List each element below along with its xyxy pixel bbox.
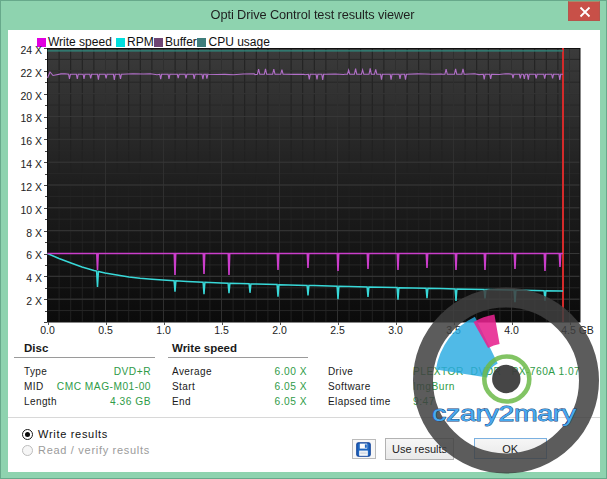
svg-text:czary2mary: czary2mary: [432, 401, 577, 425]
